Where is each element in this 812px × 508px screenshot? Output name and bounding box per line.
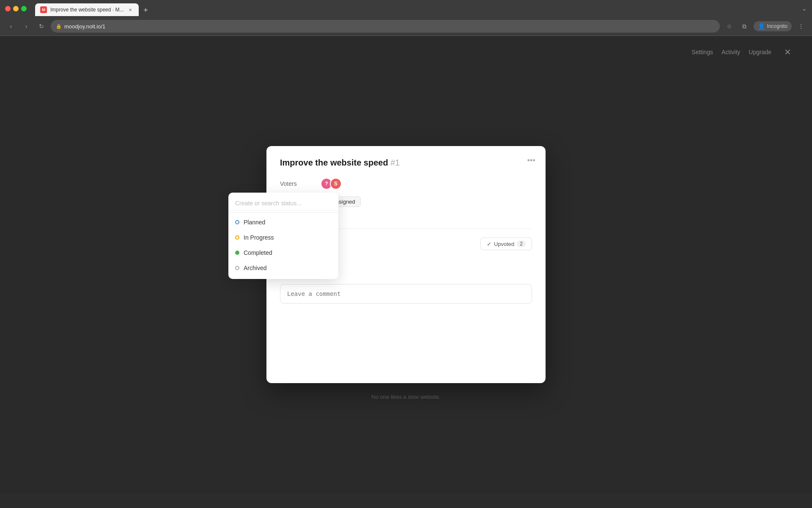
voters-avatars: ? S [321, 178, 339, 190]
address-text: moodjoy.nolt.io/1 [64, 23, 105, 30]
more-button[interactable]: ⋮ [795, 20, 807, 32]
planned-label: Planned [244, 219, 265, 226]
incognito-button[interactable]: 👤 Incognito [754, 21, 792, 31]
status-option-in-progress[interactable]: In Progress [228, 230, 338, 245]
voters-label: Voters [280, 180, 314, 187]
minimize-traffic-light[interactable] [13, 6, 19, 11]
toolbar-right: ☆ ⧉ 👤 Incognito ⋮ [723, 20, 807, 32]
window-chevron: ⌄ [802, 5, 807, 12]
bookmark-button[interactable]: ☆ [723, 20, 735, 32]
status-option-planned[interactable]: Planned [228, 215, 338, 230]
modal-overlay: ••• Improve the website speed #1 Voters … [0, 36, 812, 493]
voters-row: Voters ? S [280, 178, 532, 190]
app-background: Settings Activity Upgrade ✕ ••• Improve … [0, 36, 812, 493]
archived-dot [235, 266, 239, 270]
window-split-button[interactable]: ⧉ [738, 20, 750, 32]
in-progress-label: In Progress [244, 234, 274, 241]
tab-bar: M Improve the website speed · M... ✕ + [30, 1, 156, 16]
address-bar[interactable]: 🔒 moodjoy.nolt.io/1 [51, 20, 720, 33]
status-search-input[interactable] [235, 200, 332, 207]
address-bar-row: ‹ › ↻ 🔒 moodjoy.nolt.io/1 ☆ ⧉ 👤 Incognit… [0, 17, 812, 36]
new-tab-button[interactable]: + [140, 4, 151, 16]
modal-menu-button[interactable]: ••• [525, 155, 537, 166]
issue-number: #1 [390, 158, 400, 167]
upvoted-check-icon: ✓ [487, 241, 491, 247]
lock-icon: 🔒 [56, 24, 62, 29]
back-button[interactable]: ‹ [5, 20, 17, 32]
status-dropdown: Planned In Progress Completed Archived [228, 193, 338, 279]
refresh-button[interactable]: ↻ [36, 20, 47, 32]
title-bar: M Improve the website speed · M... ✕ + ⌄ [0, 0, 812, 17]
voter-avatar-2: S [330, 178, 342, 190]
tab-close-button[interactable]: ✕ [127, 6, 134, 13]
status-option-archived[interactable]: Archived [228, 260, 338, 276]
in-progress-dot [235, 235, 239, 240]
upvoted-button[interactable]: ✓ Upvoted 2 [480, 237, 532, 250]
browser-chrome: M Improve the website speed · M... ✕ + ⌄… [0, 0, 812, 36]
tab-favicon: M [40, 6, 47, 13]
active-tab[interactable]: M Improve the website speed · M... ✕ [35, 3, 139, 16]
forward-button[interactable]: › [20, 20, 32, 32]
traffic-lights [5, 6, 27, 11]
dropdown-search-row [228, 196, 338, 211]
maximize-traffic-light[interactable] [21, 6, 27, 11]
modal-title: Improve the website speed #1 [280, 158, 532, 168]
background-hint-text: No one likes a slow website. [371, 394, 440, 400]
archived-label: Archived [244, 265, 266, 271]
planned-dot [235, 220, 239, 224]
comment-input[interactable] [280, 284, 532, 304]
close-traffic-light[interactable] [5, 6, 11, 11]
status-option-completed[interactable]: Completed [228, 245, 338, 260]
completed-dot [235, 251, 239, 255]
dropdown-divider [228, 213, 338, 213]
upvoted-count: 2 [517, 240, 526, 247]
tab-title: Improve the website speed · M... [50, 7, 123, 13]
completed-label: Completed [244, 249, 272, 256]
